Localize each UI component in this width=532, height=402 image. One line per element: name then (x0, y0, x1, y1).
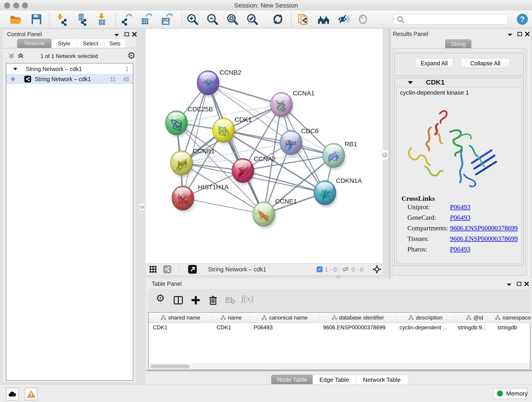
search-input[interactable] (406, 15, 505, 23)
help-icon[interactable]: ? (516, 13, 529, 26)
panel-close-icon[interactable] (524, 281, 529, 287)
tab-sets[interactable]: Sets (104, 39, 126, 48)
crosslinks-title: CrossLinks (401, 195, 435, 202)
search-field[interactable] (394, 14, 508, 25)
grid-view-icon[interactable] (149, 266, 157, 273)
zoom-in-icon[interactable] (186, 13, 199, 26)
table-cell[interactable]: CDK1 (149, 323, 212, 332)
save-session-icon[interactable] (30, 13, 43, 26)
table-row[interactable]: CDK1CDK1P064939606.ENSP00000378699cyclin… (149, 323, 530, 332)
import-network-from-database-icon[interactable] (75, 13, 88, 26)
panel-close-icon[interactable] (132, 32, 137, 37)
column-header-description[interactable]: description (396, 313, 455, 323)
panel-menu-icon[interactable] (506, 283, 512, 287)
node-CDK1[interactable]: CDK1 (213, 116, 252, 145)
node-CDKN1A[interactable]: CDKN1A (314, 177, 362, 207)
refresh-icon[interactable] (272, 13, 284, 26)
collection-disclosure-icon[interactable] (13, 67, 18, 71)
panel-menu-icon[interactable] (114, 33, 120, 37)
column-header-database-identifier[interactable]: database identifier (320, 313, 396, 323)
table-cell[interactable]: cyclin-dependent ... (395, 323, 454, 332)
network-canvas[interactable]: CCNB2CCNA1CDC25BCDK1CDC6RB1CCNB1CCNA2CDK… (146, 29, 383, 263)
function-builder-icon[interactable]: f(x) (241, 294, 253, 304)
column-header--id[interactable]: @id (455, 313, 495, 323)
crosslink-link[interactable]: P06493 (450, 214, 470, 221)
delete-column-icon[interactable] (208, 295, 218, 305)
export-network-icon[interactable] (120, 13, 133, 26)
node-RB1[interactable]: RB1 (323, 140, 357, 170)
table-settings-gear-icon[interactable]: ⚙ (156, 292, 166, 302)
splitter-grip[interactable] (139, 204, 145, 211)
memory-button[interactable]: Memory (493, 388, 527, 399)
expand-all-button[interactable]: Expand All (415, 58, 453, 68)
collection-label: String Network – cdk1 (26, 64, 82, 74)
panel-float-icon[interactable] (517, 32, 523, 37)
crosslink-link[interactable]: P06493 (450, 203, 470, 211)
node-CCNB2[interactable]: CCNB2 (197, 69, 241, 97)
warnings-button[interactable] (25, 388, 38, 400)
node-CCNE1[interactable]: CCNE1 (253, 198, 297, 229)
first-neighbors-icon[interactable] (317, 13, 330, 26)
table-cell[interactable]: P06493 (249, 323, 319, 332)
table-cell[interactable]: stringdb:9... (454, 323, 493, 332)
zoom-out-icon[interactable] (206, 13, 219, 26)
network-share-icon[interactable] (163, 265, 171, 274)
table-cell[interactable]: stringdb (493, 323, 530, 332)
edge-CCNB2-HIST1H1A[interactable] (183, 83, 208, 198)
delete-table-icon[interactable] (225, 297, 235, 307)
table-cell[interactable]: CDK1 (212, 323, 249, 332)
table-panel-title: Table Panel (152, 281, 182, 287)
fit-selected-icon[interactable] (373, 265, 381, 274)
new-network-from-selection-icon[interactable] (297, 13, 309, 26)
vertical-splitter[interactable] (389, 29, 389, 278)
tab-string[interactable]: String (445, 39, 471, 49)
import-table-from-file-icon[interactable] (95, 13, 108, 26)
panel-float-icon[interactable] (124, 32, 130, 37)
crosslink-link[interactable]: 9606.ENSP00000378699 (450, 235, 518, 242)
column-header-name[interactable]: name (213, 313, 250, 323)
show-all-icon[interactable] (357, 13, 370, 26)
gene-name: CDK1 (426, 78, 445, 86)
network-options-gear-icon[interactable]: ⚙ (127, 50, 136, 61)
export-table-icon[interactable] (139, 13, 152, 26)
tab-network[interactable]: Network (17, 39, 52, 48)
export-image-icon[interactable] (160, 13, 173, 26)
tab-node-table[interactable]: Node Table (271, 375, 313, 385)
node-HIST1H1A[interactable]: HIST1H1A (172, 184, 229, 212)
gene-disclosure-icon[interactable] (407, 81, 413, 85)
birds-eye-view-icon[interactable] (188, 265, 197, 274)
table-cell[interactable]: 9606.ENSP00000378699 (319, 323, 395, 332)
tab-edge-table[interactable]: Edge Table (312, 375, 356, 385)
hidden-eye-icon[interactable] (342, 266, 350, 273)
network-graph[interactable]: CCNB2CCNA1CDC25BCDK1CDC6RB1CCNB1CCNA2CDK… (146, 29, 383, 263)
column-header-canonical-name[interactable]: canonical name (250, 313, 320, 323)
hide-selected-icon[interactable] (337, 13, 350, 26)
column-header-shared-name[interactable]: shared name (149, 313, 213, 323)
splitter-grip[interactable] (381, 150, 388, 160)
panel-menu-icon[interactable] (507, 33, 513, 37)
node-CDC6[interactable]: CDC6 (280, 128, 318, 157)
table-horizontal-scrollbar[interactable] (149, 363, 530, 370)
column-header-namespace[interactable]: namespace (495, 313, 532, 323)
selected-checkbox[interactable]: ✓ (317, 266, 323, 272)
add-column-icon[interactable] (191, 295, 201, 305)
tab-network-table[interactable]: Network Table (355, 375, 408, 385)
scrollbar-thumb[interactable] (151, 365, 190, 368)
cloud-status-button[interactable] (6, 388, 19, 400)
panel-close-icon[interactable] (525, 32, 530, 37)
collapse-all-button[interactable]: Collapse All (461, 58, 510, 68)
show-columns-icon[interactable] (173, 295, 183, 305)
network-collection-row[interactable]: String Network – cdk1 1 (6, 64, 133, 74)
panel-float-icon[interactable] (516, 281, 522, 287)
network-row-selected[interactable]: String Network – cdk1 11 48 (6, 74, 133, 84)
gene-details: cyclin-dependent kinase 1 (397, 87, 521, 264)
import-network-from-file-icon[interactable] (56, 13, 69, 26)
zoom-selected-region-icon[interactable] (246, 13, 259, 26)
tab-style[interactable]: Style (51, 39, 77, 48)
crosslink-link[interactable]: P06493 (450, 245, 470, 253)
crosslink-link[interactable]: 9606.ENSP00000378699 (450, 224, 518, 232)
open-session-icon[interactable] (9, 13, 22, 26)
tab-select[interactable]: Select (76, 39, 104, 48)
zoom-fit-content-icon[interactable] (226, 13, 239, 26)
results-scrollbar[interactable] (527, 48, 530, 275)
